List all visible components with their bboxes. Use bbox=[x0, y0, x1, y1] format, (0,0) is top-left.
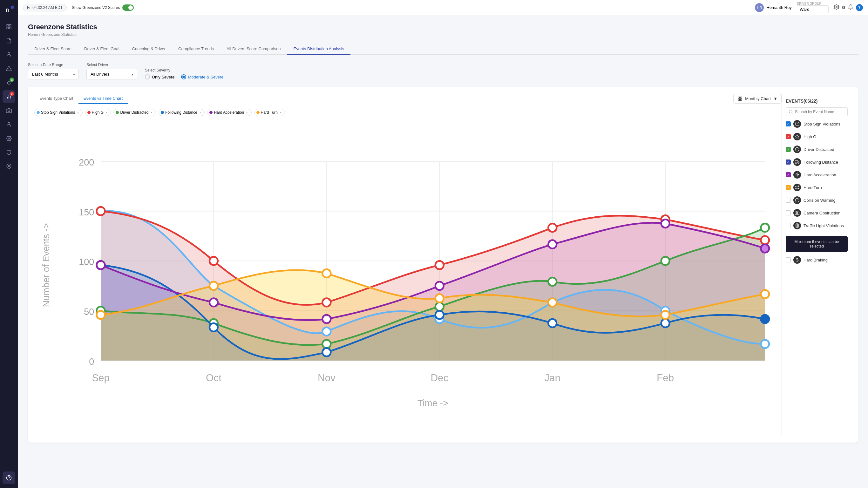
sidebar-icon-settings[interactable] bbox=[3, 132, 15, 145]
tab-events-distribution[interactable]: Events Distribution Analysis bbox=[287, 43, 351, 55]
event-checkbox-traffic-light[interactable] bbox=[786, 223, 791, 228]
legend-dot-high-g bbox=[87, 111, 91, 114]
event-item-collision-warning: Collision Warning bbox=[786, 195, 848, 205]
svg-point-73 bbox=[661, 319, 670, 327]
driver-group-selector: driver group Ward bbox=[797, 2, 829, 13]
svg-point-70 bbox=[322, 348, 331, 357]
svg-text:Dec: Dec bbox=[431, 372, 448, 384]
breadcrumb-home[interactable]: Home bbox=[28, 32, 38, 37]
driver-label: Select Driver bbox=[86, 63, 137, 67]
moderate-severe-option[interactable]: Moderate & Severe bbox=[181, 74, 224, 80]
date-range-select[interactable]: Last 6 Months Last 3 Months Last Month C… bbox=[28, 69, 79, 80]
event-item-following-distance: ✓ Following Distance bbox=[786, 157, 848, 167]
app-logo[interactable]: n bbox=[3, 4, 14, 15]
sidebar-icon-g[interactable]: G G bbox=[3, 76, 15, 89]
event-checkbox-stop-sign[interactable]: ✓ bbox=[786, 121, 791, 126]
bell-icon[interactable] bbox=[848, 4, 854, 11]
event-icon-driver-distracted bbox=[793, 146, 801, 153]
event-checkbox-hard-turn[interactable]: ✓ bbox=[786, 185, 791, 190]
sidebar-icon-shield[interactable] bbox=[3, 146, 15, 159]
legend-tag-stop-sign[interactable]: Stop Sign Violations × bbox=[34, 109, 83, 116]
legend-tag-hard-turn[interactable]: Hard Turn × bbox=[254, 109, 285, 116]
sidebar-icon-grid[interactable] bbox=[3, 20, 15, 33]
event-checkbox-hard-acceleration[interactable]: ✓ bbox=[786, 172, 791, 177]
svg-point-14 bbox=[8, 122, 10, 124]
chart-header: Events Type Chart Events vs Time Chart M… bbox=[34, 93, 782, 104]
chart-tab-events-time[interactable]: Events vs Time Chart bbox=[79, 93, 128, 104]
legend-remove-hard-acceleration[interactable]: × bbox=[246, 111, 248, 114]
sidebar-icon-chart[interactable]: D bbox=[3, 90, 15, 103]
tab-driver-fleet-score[interactable]: Driver & Fleet Score bbox=[28, 43, 78, 55]
sidebar-icon-camera[interactable] bbox=[3, 104, 15, 117]
legend-dot-driver-distracted bbox=[116, 111, 119, 114]
max-events-warning: Maximum 6 events can be selected bbox=[786, 236, 848, 252]
svg-point-82 bbox=[97, 311, 105, 319]
g-icon[interactable]: G bbox=[842, 5, 845, 10]
legend-label-driver-distracted: Driver Distracted bbox=[120, 110, 148, 115]
legend-remove-hard-turn[interactable]: × bbox=[280, 111, 281, 114]
svg-point-63 bbox=[322, 340, 331, 348]
legend-remove-high-g[interactable]: × bbox=[105, 111, 107, 114]
event-item-traffic-light-violations: Traffic Light Violations bbox=[786, 220, 848, 231]
svg-point-85 bbox=[435, 294, 443, 302]
tab-compliance-trends[interactable]: Compliance Trends bbox=[172, 43, 220, 55]
sidebar-icon-alert[interactable] bbox=[3, 62, 15, 75]
event-item-hard-acceleration: ✓ Hard Acceleration bbox=[786, 170, 848, 180]
sidebar-icon-user[interactable] bbox=[3, 118, 15, 131]
legend-tag-following-distance[interactable]: Following Distance × bbox=[159, 109, 205, 116]
events-search-input[interactable] bbox=[795, 110, 845, 114]
event-checkbox-collision-warning[interactable] bbox=[786, 197, 791, 203]
legend-dot-stop-sign bbox=[36, 111, 40, 114]
only-severe-radio[interactable] bbox=[145, 74, 150, 80]
event-icon-camera-obstruction bbox=[793, 209, 801, 217]
tab-all-drivers-comparison[interactable]: All Drivers Score Comparison bbox=[220, 43, 287, 55]
svg-text:Sep: Sep bbox=[92, 372, 110, 384]
legend-remove-driver-distracted[interactable]: × bbox=[151, 111, 153, 114]
svg-point-105 bbox=[797, 212, 798, 214]
svg-text:Time ->: Time -> bbox=[417, 398, 448, 408]
sidebar-icon-location[interactable] bbox=[3, 160, 15, 173]
greenzone-toggle[interactable] bbox=[122, 4, 134, 11]
driver-select[interactable]: All Drivers bbox=[86, 69, 137, 80]
sidebar-icon-help[interactable] bbox=[3, 471, 15, 484]
legend-remove-stop-sign[interactable]: × bbox=[77, 111, 79, 114]
only-severe-option[interactable]: Only Severe bbox=[145, 74, 175, 80]
sidebar-icon-person[interactable] bbox=[3, 48, 15, 61]
chart-tabs: Events Type Chart Events vs Time Chart bbox=[34, 93, 128, 104]
event-item-high-g: ✓ High G bbox=[786, 131, 848, 142]
event-checkbox-driver-distracted[interactable]: ✓ bbox=[786, 147, 791, 152]
legend-tag-high-g[interactable]: High G × bbox=[85, 109, 111, 116]
severity-filter: Select Severity Only Severe Moderate & S… bbox=[145, 68, 224, 80]
event-label-hard-acceleration: Hard Acceleration bbox=[804, 173, 848, 177]
breadcrumb-current: Greenzone Statistics bbox=[41, 32, 76, 37]
main-tabs: Driver & Fleet Score Driver & Fleet Goal… bbox=[28, 43, 858, 55]
event-checkbox-following-distance[interactable]: ✓ bbox=[786, 159, 791, 164]
event-icon-following-distance bbox=[793, 158, 801, 166]
chart-tab-events-type[interactable]: Events Type Chart bbox=[34, 93, 79, 104]
svg-point-67 bbox=[761, 224, 769, 232]
event-checkbox-camera-obstruction[interactable] bbox=[786, 210, 791, 215]
question-icon[interactable]: ? bbox=[856, 4, 863, 11]
chart-type-button[interactable]: Monthly Chart ▼ bbox=[733, 94, 782, 103]
event-checkbox-high-g[interactable]: ✓ bbox=[786, 134, 791, 139]
svg-point-49 bbox=[322, 327, 331, 336]
tab-coaching-driver[interactable]: Coaching & Driver bbox=[126, 43, 172, 55]
svg-marker-98 bbox=[798, 161, 799, 163]
moderate-severe-radio[interactable] bbox=[181, 74, 186, 80]
date-range-label: Select a Date Range bbox=[28, 63, 79, 67]
events-search-bar[interactable] bbox=[786, 108, 848, 116]
ward-select[interactable]: Ward bbox=[797, 5, 829, 13]
svg-point-72 bbox=[548, 319, 557, 327]
legend-tag-hard-acceleration[interactable]: Hard Acceleration × bbox=[207, 109, 251, 116]
legend-tag-driver-distracted[interactable]: Driver Distracted × bbox=[114, 109, 156, 116]
legend-remove-following-distance[interactable]: × bbox=[199, 111, 201, 114]
event-label-stop-sign: Stop Sign Violations bbox=[804, 122, 848, 126]
sidebar-icon-document[interactable] bbox=[3, 34, 15, 47]
event-icon-hard-braking bbox=[793, 256, 801, 264]
settings-icon[interactable] bbox=[834, 4, 839, 11]
svg-marker-101 bbox=[796, 173, 799, 177]
tab-driver-fleet-goal[interactable]: Driver & Fleet Goal bbox=[78, 43, 126, 55]
event-checkbox-hard-braking[interactable] bbox=[786, 257, 791, 263]
main-content: Fri 04:32:24 AM EDT Show Greenzone V2 Sc… bbox=[18, 0, 868, 488]
legend-label-stop-sign: Stop Sign Violations bbox=[41, 110, 75, 115]
